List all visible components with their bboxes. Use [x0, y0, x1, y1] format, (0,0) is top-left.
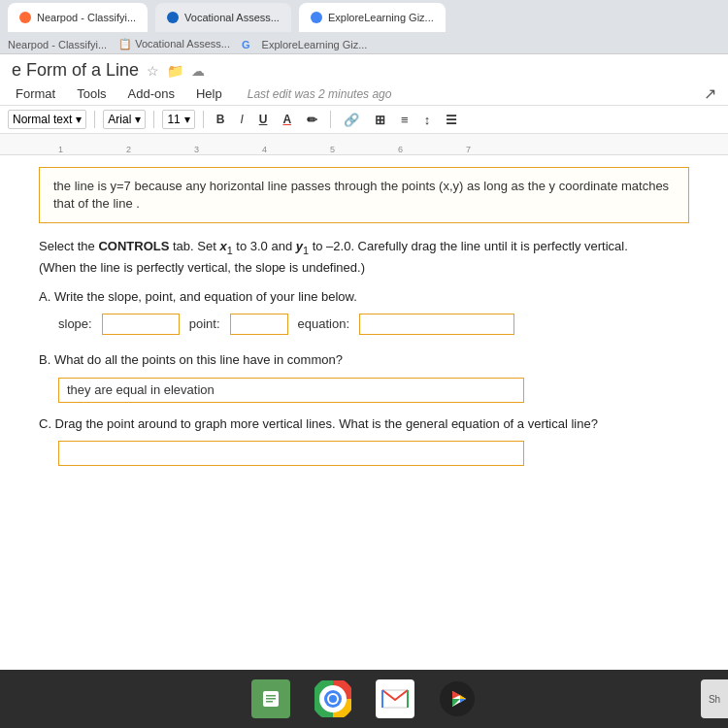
toolbar-divider-1 [94, 111, 95, 128]
cloud-icon[interactable]: ☁ [191, 63, 205, 79]
answer-box-text: the line is y=7 because any horizontal l… [53, 179, 669, 211]
size-dropdown-arrow: ▾ [184, 113, 190, 126]
docs-title-bar: e Form of a Line ☆ 📁 ☁ [0, 54, 728, 83]
ruler-mark-4: 4 [262, 145, 267, 154]
controls-bold: CONTROLS [98, 239, 169, 253]
tab-vocational[interactable]: Vocational Assess... [155, 3, 291, 32]
list-button[interactable]: ☰ [441, 111, 462, 129]
section-b-answer[interactable]: they are equal in elevation [58, 378, 524, 403]
browser-tab-bar: Nearpod - Classifyi... Vocational Assess… [0, 0, 728, 35]
section-b: B. What do all the points on this line h… [39, 350, 689, 403]
tab-ref-nearpod: Nearpod - Classifyi... [8, 39, 107, 50]
explorelearning-favicon [311, 12, 322, 23]
tab-nearpod[interactable]: Nearpod - Classifyi... [8, 3, 148, 32]
tab-vocational-label: Vocational Assess... [184, 12, 280, 23]
menu-addons[interactable]: Add-ons [124, 84, 179, 103]
address-bar-area: Nearpod - Classifyi... 📋 Vocational Asse… [0, 35, 728, 54]
style-label: Normal text [13, 113, 72, 126]
slope-point-equation-row: slope: point: equation: [58, 314, 689, 335]
ruler-mark-3: 3 [194, 145, 199, 154]
menu-bar: Format Tools Add-ons Help Last edit was … [0, 83, 728, 106]
menu-tools[interactable]: Tools [73, 84, 110, 103]
equation-input[interactable] [359, 314, 514, 335]
align-center-button[interactable]: ≡ [396, 111, 414, 129]
image-button[interactable]: ⊞ [370, 111, 390, 129]
toolbar-divider-2 [153, 111, 154, 128]
highlight-button[interactable]: ✏ [302, 111, 322, 129]
play-svg [439, 680, 476, 717]
taskbar-files-icon[interactable] [251, 679, 290, 718]
style-dropdown[interactable]: Normal text ▾ [8, 110, 86, 129]
side-notif-label: Sh [709, 694, 720, 705]
section-a-label: A. Write the slope, point, and equation … [39, 287, 689, 307]
tab-ref-explore-label: ExploreLearning Giz... [262, 39, 368, 50]
font-color-button[interactable]: A [278, 111, 296, 128]
ruler: 1 2 3 4 5 6 7 [0, 134, 728, 155]
gmail-svg [379, 682, 412, 715]
ruler-mark-6: 6 [398, 145, 403, 154]
point-input[interactable] [230, 314, 288, 335]
vocational-favicon [167, 12, 179, 23]
svg-rect-2 [266, 698, 276, 700]
link-button[interactable]: 🔗 [339, 111, 364, 129]
ruler-mark-7: 7 [466, 145, 471, 154]
folder-icon[interactable]: 📁 [167, 63, 183, 79]
svg-rect-3 [266, 701, 273, 703]
tab-ref-vocational: 📋 Vocational Assess... [118, 38, 230, 50]
tab-explorelearning[interactable]: ExploreLearning Giz... [299, 3, 446, 32]
files-svg [259, 687, 282, 711]
size-label: 11 [167, 113, 180, 126]
svg-rect-1 [266, 695, 276, 697]
star-icon[interactable]: ☆ [147, 63, 159, 79]
italic-button[interactable]: I [235, 111, 248, 128]
slope-label: slope: [58, 314, 92, 334]
answer-box[interactable]: the line is y=7 because any horizontal l… [39, 167, 689, 223]
taskbar-play-icon[interactable] [438, 679, 477, 718]
tab-ref-explore: G [242, 39, 250, 50]
tab-nearpod-label: Nearpod - Classifyi... [37, 12, 136, 23]
bold-button[interactable]: B [212, 111, 230, 128]
underline-button[interactable]: U [254, 111, 273, 128]
svg-point-8 [329, 695, 337, 703]
menu-help[interactable]: Help [192, 84, 226, 103]
equation-label: equation: [298, 314, 350, 334]
line-spacing-button[interactable]: ↕ [419, 111, 436, 129]
section-c-answer[interactable] [58, 441, 524, 466]
instruction-text: Select the CONTROLS tab. Set x1 to 3.0 a… [39, 237, 689, 277]
style-dropdown-arrow: ▾ [76, 113, 82, 126]
size-dropdown[interactable]: 11 ▾ [162, 110, 194, 129]
ruler-mark-2: 2 [126, 145, 131, 154]
ruler-mark-5: 5 [330, 145, 335, 154]
section-b-label: B. What do all the points on this line h… [39, 350, 689, 370]
taskbar [0, 670, 728, 728]
expand-arrow-icon[interactable]: ↗ [704, 84, 716, 103]
doc-title: e Form of a Line [12, 60, 139, 81]
section-a-text: A. Write the slope, point, and equation … [39, 289, 357, 304]
side-notification[interactable]: Sh [701, 679, 728, 718]
taskbar-chrome-icon[interactable] [314, 679, 352, 718]
font-dropdown[interactable]: Arial ▾ [103, 110, 146, 129]
doc-content: the line is y=7 because any horizontal l… [0, 155, 728, 489]
nearpod-favicon [19, 12, 31, 23]
font-label: Arial [108, 113, 131, 126]
last-edit-text: Last edit was 2 minutes ago [248, 87, 392, 101]
ruler-mark-1: 1 [58, 145, 63, 154]
font-dropdown-arrow: ▾ [135, 113, 141, 126]
toolbar-divider-3 [203, 111, 204, 128]
tab-explorelearning-label: ExploreLearning Giz... [328, 12, 434, 23]
section-c-label: C. Drag the point around to graph more v… [39, 414, 689, 434]
slope-input[interactable] [102, 314, 180, 335]
toolbar-divider-4 [330, 111, 331, 128]
section-c: C. Drag the point around to graph more v… [39, 414, 689, 467]
menu-format[interactable]: Format [12, 84, 59, 103]
section-b-answer-text: they are equal in elevation [67, 381, 215, 400]
docs-container: e Form of a Line ☆ 📁 ☁ Format Tools Add-… [0, 54, 728, 670]
taskbar-gmail-icon[interactable] [376, 679, 414, 718]
chrome-svg [314, 680, 351, 717]
point-label: point: [189, 314, 220, 334]
toolbar: Normal text ▾ Arial ▾ 11 ▾ B I U A ✏ 🔗 ⊞… [0, 106, 728, 134]
